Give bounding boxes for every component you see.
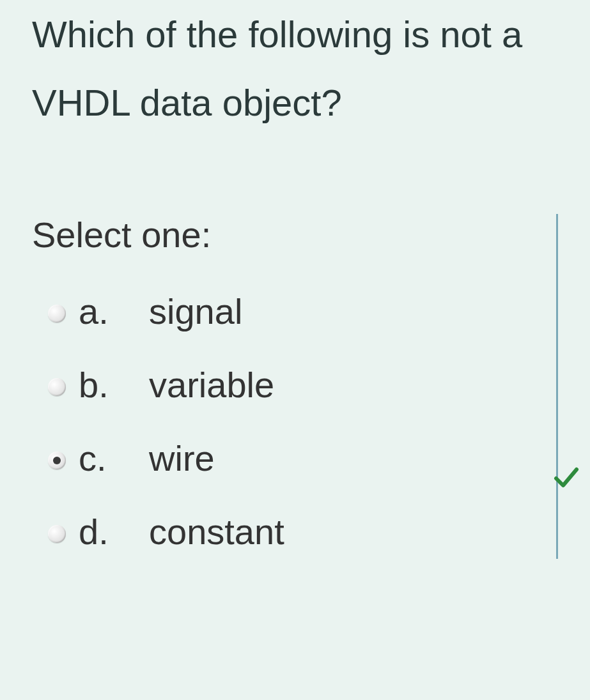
- option-text: variable: [149, 364, 274, 406]
- radio-a[interactable]: [48, 305, 66, 323]
- select-prompt: Select one:: [32, 214, 518, 255]
- option-c[interactable]: c. wire: [48, 438, 518, 479]
- option-letter: b.: [79, 364, 149, 406]
- radio-c[interactable]: [48, 452, 66, 469]
- radio-b[interactable]: [48, 378, 66, 396]
- option-text: wire: [149, 438, 215, 479]
- option-a[interactable]: a. signal: [48, 291, 518, 332]
- option-b[interactable]: b. variable: [48, 364, 518, 406]
- option-letter: a.: [79, 291, 149, 332]
- option-text: signal: [149, 291, 242, 332]
- option-letter: d.: [79, 511, 149, 552]
- correct-check-icon: [551, 462, 582, 495]
- question-text: Which of the following is not a VHDL dat…: [32, 0, 558, 137]
- options-list: a. signal b. variable c. wire d. constan…: [32, 291, 518, 552]
- option-d[interactable]: d. constant: [48, 511, 518, 552]
- option-text: constant: [149, 511, 284, 552]
- question-container: Which of the following is not a VHDL dat…: [0, 0, 590, 559]
- answer-block: Select one: a. signal b. variable c. wir…: [32, 214, 558, 559]
- radio-d[interactable]: [48, 525, 66, 543]
- option-letter: c.: [79, 438, 149, 479]
